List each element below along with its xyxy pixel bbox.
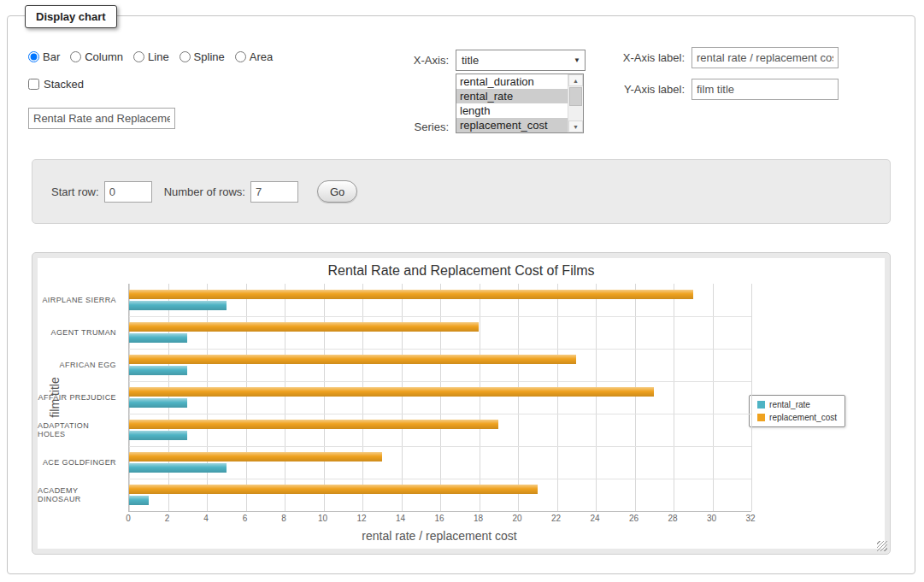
num-rows-input[interactable] (250, 181, 298, 203)
bar-rental_rate[interactable] (129, 463, 227, 473)
bar-group (129, 381, 751, 414)
chart-type-radio-spline[interactable] (180, 51, 191, 62)
category-label: ACADEMY DINOSAUR (38, 479, 123, 511)
xtick-label: 4 (203, 514, 209, 523)
legend-swatch-icon (757, 414, 765, 421)
stacked-label: Stacked (44, 78, 84, 91)
xaxis-title: rental rate / replacement cost (128, 529, 750, 543)
legend-item-replacement_cost[interactable]: replacement_cost (757, 413, 837, 422)
chart-type-label: Bar (43, 50, 60, 63)
xaxis-select-value: title (462, 54, 479, 67)
bar-rental_rate[interactable] (129, 496, 149, 505)
bar-group (129, 446, 751, 479)
chart-type-option-spline[interactable]: Spline (180, 50, 225, 63)
chart-type-option-bar[interactable]: Bar (28, 50, 60, 63)
chart-type-option-column[interactable]: Column (70, 50, 123, 63)
legend-label: rental_rate (769, 400, 810, 409)
chart: Rental Rate and Replacement Cost of Film… (38, 258, 885, 549)
stacked-checkbox[interactable] (28, 79, 39, 90)
bar-group (129, 414, 751, 446)
num-rows-label: Number of rows: (164, 185, 245, 198)
chart-title: Rental Rate and Replacement Cost of Film… (38, 263, 885, 279)
chart-type-radio-line[interactable] (133, 51, 144, 62)
series-option[interactable]: length (456, 103, 568, 118)
chart-title-input[interactable] (28, 108, 175, 129)
chart-legend: rental_ratereplacement_cost (749, 395, 845, 427)
xaxis-label-input[interactable] (692, 47, 839, 68)
xtick-label: 10 (318, 514, 327, 523)
bar-replacement_cost[interactable] (129, 387, 654, 397)
xtick-label: 32 (745, 514, 755, 523)
chart-type-radio-area[interactable] (235, 51, 246, 62)
yaxis-label-input[interactable] (692, 79, 839, 100)
scrollbar-track[interactable] (568, 107, 583, 121)
xtick-label: 16 (434, 514, 444, 523)
bar-replacement_cost[interactable] (129, 452, 382, 461)
xtick-label: 24 (590, 514, 599, 523)
bar-rental_rate[interactable] (129, 431, 187, 440)
chart-type-label: Spline (194, 50, 225, 63)
xtick-label: 30 (707, 514, 716, 523)
scroll-down-icon[interactable]: ▼ (568, 121, 583, 132)
bar-group (129, 349, 751, 381)
category-label: AFFAIR PREJUDICE (38, 381, 123, 414)
chart-type-radio-column[interactable] (70, 51, 81, 62)
resize-handle[interactable] (877, 541, 887, 551)
bar-replacement_cost[interactable] (129, 355, 576, 364)
display-chart-panel: Display chart Bar Column Line Spline Are… (7, 15, 915, 574)
category-label: AFRICAN EGG (38, 349, 123, 381)
xaxis-label-field-label: X-Axis label: (551, 51, 685, 64)
xtick-label: 26 (629, 514, 639, 523)
panel-title: Display chart (25, 5, 117, 28)
chart-type-label: Column (85, 50, 123, 63)
legend-label: replacement_cost (769, 413, 837, 422)
xtick-label: 20 (512, 514, 521, 523)
xtick-label: 22 (551, 514, 561, 523)
bar-group (129, 479, 751, 511)
yaxis-label-field-label: Y-Axis label: (551, 83, 685, 96)
xaxis-ticks: 02468101214161820222426283032 (128, 514, 750, 525)
plot-area (128, 284, 751, 512)
category-label: AIRPLANE SIERRA (38, 284, 123, 316)
stacked-option[interactable]: Stacked (28, 78, 84, 91)
rows-panel: Start row: Number of rows: Go (32, 159, 891, 224)
series-option[interactable]: replacement_cost (456, 118, 568, 132)
chart-type-option-line[interactable]: Line (133, 50, 169, 63)
xtick-label: 18 (474, 514, 483, 523)
page: Display chart Bar Column Line Spline Are… (0, 0, 924, 582)
start-row-input[interactable] (104, 181, 152, 203)
series-field-label: Series: (375, 121, 449, 133)
chart-panel: Rental Rate and Replacement Cost of Film… (32, 252, 891, 555)
xtick-label: 2 (165, 514, 170, 523)
bar-rental_rate[interactable] (129, 301, 227, 310)
category-label: ADAPTATION HOLES (38, 414, 123, 446)
xtick-label: 28 (668, 514, 677, 523)
chart-type-radio-bar[interactable] (28, 51, 39, 62)
bar-rental_rate[interactable] (129, 366, 187, 375)
legend-swatch-icon (757, 401, 765, 409)
legend-item-rental_rate[interactable]: rental_rate (757, 400, 837, 409)
chart-type-label: Area (250, 50, 273, 63)
category-label: AGENT TRUMAN (38, 316, 123, 349)
bar-rental_rate[interactable] (129, 333, 187, 343)
go-button[interactable]: Go (317, 180, 357, 203)
xtick-label: 12 (356, 514, 366, 523)
xtick-label: 14 (396, 514, 405, 523)
chart-type-label: Line (148, 50, 169, 63)
chart-type-option-area[interactable]: Area (235, 50, 273, 63)
category-label: ACE GOLDFINGER (38, 446, 123, 479)
start-row-label: Start row: (51, 185, 99, 198)
category-labels: AIRPLANE SIERRAAGENT TRUMANAFRICAN EGGAF… (38, 284, 123, 511)
xtick-label: 8 (281, 514, 286, 523)
xtick-label: 6 (243, 514, 248, 523)
bar-replacement_cost[interactable] (129, 322, 479, 332)
gridline (751, 284, 752, 511)
chart-type-options: Bar Column Line Spline Area (28, 50, 283, 63)
bar-replacement_cost[interactable] (129, 290, 693, 299)
xtick-label: 0 (126, 514, 131, 523)
bar-rental_rate[interactable] (129, 398, 187, 408)
xaxis-field-label: X-Axis: (375, 54, 449, 67)
bar-replacement_cost[interactable] (129, 485, 538, 494)
bar-replacement_cost[interactable] (129, 420, 498, 429)
bar-group (129, 316, 751, 349)
